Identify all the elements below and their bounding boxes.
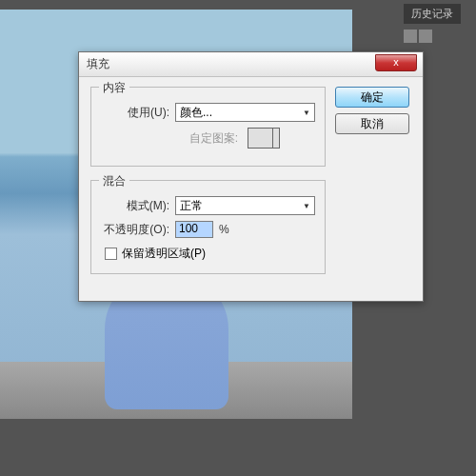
panel-icon-1[interactable] xyxy=(404,30,417,43)
fill-dialog: 填充 x 内容 使用(U): 颜色... 自定图案: 混合 xyxy=(78,51,424,302)
use-value: 颜色... xyxy=(180,105,212,121)
custom-pattern-label: 自定图案: xyxy=(101,130,244,147)
mode-label: 模式(M): xyxy=(101,198,175,214)
pattern-swatch xyxy=(248,128,280,149)
content-fieldset: 内容 使用(U): 颜色... 自定图案: xyxy=(90,87,326,167)
use-select[interactable]: 颜色... xyxy=(175,103,315,122)
mode-select[interactable]: 正常 xyxy=(175,196,315,215)
percent-label: % xyxy=(219,223,229,236)
close-button[interactable]: x xyxy=(375,54,417,71)
ok-button[interactable]: 确定 xyxy=(335,87,409,108)
dialog-title: 填充 xyxy=(87,56,109,72)
dialog-titlebar[interactable]: 填充 x xyxy=(79,52,423,77)
opacity-label: 不透明度(O): xyxy=(101,222,175,238)
history-tab[interactable]: 历史记录 xyxy=(404,4,461,24)
preserve-transparency-label: 保留透明区域(P) xyxy=(122,246,206,262)
use-label: 使用(U): xyxy=(101,105,175,121)
mode-value: 正常 xyxy=(180,198,203,214)
preserve-transparency-checkbox[interactable] xyxy=(105,248,117,260)
cancel-button[interactable]: 取消 xyxy=(335,113,409,134)
panel-icon-2[interactable] xyxy=(419,30,432,43)
opacity-input[interactable]: 100 xyxy=(175,221,213,238)
blend-fieldset: 混合 模式(M): 正常 不透明度(O): 100 % 保留透明区域(P) xyxy=(90,180,326,274)
content-legend: 内容 xyxy=(99,80,129,96)
blend-legend: 混合 xyxy=(99,173,129,189)
